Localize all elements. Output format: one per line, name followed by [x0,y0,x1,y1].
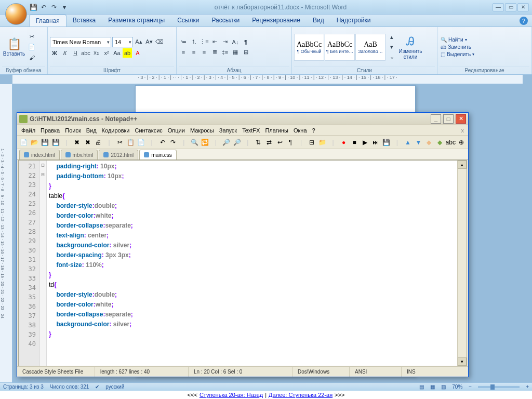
ribbon-tab-3[interactable]: Ссылки [171,15,205,26]
minimize-button[interactable]: ― [493,3,504,11]
npp-menu-x[interactable]: x [461,127,464,134]
underline-button[interactable]: Ч [71,48,80,58]
help-icon[interactable]: ? [520,17,528,25]
highlight-button[interactable]: ab [123,48,132,58]
change-styles-button[interactable]: Ꭿ Изменить стили [395,30,425,64]
redo-icon[interactable]: ↷ [50,3,58,11]
npp-menu-11[interactable]: Окна [294,127,307,134]
save-file-icon[interactable]: 💾 [41,138,50,147]
show-marks-button[interactable]: ¶ [241,37,250,47]
indent-guide-icon[interactable]: ⊟ [307,138,316,147]
cut-icon[interactable]: ✂ [27,32,36,42]
status-proof-icon[interactable]: ✔ [95,384,99,390]
view-web-icon[interactable]: ▥ [441,384,446,390]
npp-minimize-button[interactable]: _ [431,114,441,124]
align-center-button[interactable]: ≡ [189,48,198,57]
code-area[interactable]: padding-right: 10px; padding-bottom: 10p… [47,161,457,366]
zoom-in-button[interactable]: + [526,384,529,390]
sync-h-icon[interactable]: ⇄ [264,138,274,147]
fold-gutter[interactable]: ⊟ ⊟ [39,161,47,366]
npp-tab-3[interactable]: main.css [139,150,176,159]
save-all-icon[interactable]: 💾 [51,138,61,147]
new-file-icon[interactable]: 📄 [19,138,29,147]
npp-menu-1[interactable]: Правка [41,127,60,134]
subscript-button[interactable]: x₂ [91,48,101,58]
italic-button[interactable]: К [60,48,70,58]
justify-button[interactable]: ≣ [210,48,219,57]
style-item-2[interactable]: AaBЗаголово… [355,34,385,61]
ribbon-tab-0[interactable]: Главная [29,15,66,26]
format-painter-icon[interactable]: 🖌 [27,53,36,62]
borders-button[interactable]: ⊞ [241,48,250,57]
npp-menu-5[interactable]: Синтаксис [135,127,163,134]
record-macro-icon[interactable]: ● [339,138,349,147]
strike-button[interactable]: abc [81,48,90,58]
prev-link[interactable]: Ступенька 20-ая: Назад [200,392,263,398]
npp-menu-7[interactable]: Макросы [190,127,214,134]
ruler-vertical[interactable]: 1 · 2 · 3 · 4 · 5 · 6 · 7 · 8 · 9 · 10 ·… [0,84,12,382]
ribbon-tab-5[interactable]: Рецензирование [246,15,307,26]
shading-button[interactable]: ▦ [231,48,240,57]
bold-button[interactable]: Ж [50,48,59,58]
tool4-icon[interactable]: ◆ [435,138,445,147]
style-item-1[interactable]: AaBbCc¶ Без инте… [325,34,355,61]
open-file-icon[interactable]: 📂 [30,138,39,147]
sort-button[interactable]: A↓ [231,37,240,47]
ribbon-tab-7[interactable]: Надстройки [330,15,377,26]
font-size-combo[interactable]: 14 [112,37,133,47]
office-button[interactable] [5,3,27,25]
ruler-horizontal[interactable]: · 3 · | · 2 · | · 1 · | · · · | · 1 · | … [12,75,523,84]
close-all-icon[interactable]: ✖ [83,138,92,147]
folder-icon[interactable]: 📁 [318,138,327,147]
grow-font-icon[interactable]: A▴ [134,37,143,47]
ribbon-tab-6[interactable]: Вид [307,15,330,26]
zoom-in-icon[interactable]: 🔎 [222,138,231,147]
find-icon[interactable]: 🔍 [190,138,200,147]
indent-right-button[interactable]: ⇥ [220,37,230,47]
zoom-out-button[interactable]: − [469,384,472,390]
font-name-combo[interactable]: Times New Roman [50,37,111,47]
npp-menu-4[interactable]: Кодировки [102,127,130,134]
tool3-icon[interactable]: ◆ [424,138,434,147]
copy-icon[interactable]: 📄 [27,43,36,52]
tool5-icon[interactable]: ⊕ [457,138,466,147]
shrink-font-icon[interactable]: A▾ [144,37,154,47]
ribbon-tab-4[interactable]: Рассылки [205,15,246,26]
indent-left-button[interactable]: ⇤ [210,37,219,47]
undo-icon[interactable]: ↶ [39,3,48,11]
style-item-0[interactable]: AaBbCc¶ Обычный [294,34,324,61]
npp-menu-9[interactable]: TextFX [242,127,260,134]
npp-menu-10[interactable]: Плагины [265,127,288,134]
print-icon[interactable]: 🖨 [94,138,103,147]
paste-button[interactable]: 📋 Вставить [2,30,26,64]
align-right-button[interactable]: ≡ [200,48,209,57]
notepadpp-editor[interactable]: 21 22 23 24 25 26 27 28 29 30 31 32 33 3… [18,160,467,366]
close-file-icon[interactable]: ✖ [73,138,82,147]
view-read-icon[interactable]: ▦ [430,384,435,390]
undo-icon[interactable]: ↶ [158,138,167,147]
bullets-button[interactable]: ≔ [179,37,188,47]
view-print-icon[interactable]: ▤ [419,384,424,390]
replace-icon[interactable]: 🔁 [201,138,210,147]
select-button[interactable]: ⬚Выделить▾ [440,51,475,58]
npp-tab-0[interactable]: index.html [19,150,60,159]
notepadpp-titlebar[interactable]: G:\HTML\2012\main.css - Notepad++ _ □ ✕ [17,113,468,125]
close-button[interactable]: ✕ [517,3,529,11]
npp-maximize-button[interactable]: □ [443,114,454,124]
numbering-button[interactable]: ⒈ [189,37,198,47]
maximize-button[interactable]: ▭ [505,3,516,11]
tool1-icon[interactable]: ▲ [403,138,413,147]
tool2-icon[interactable]: ▼ [414,138,423,147]
play-multi-icon[interactable]: ⏭ [371,138,381,147]
superscript-button[interactable]: x² [102,48,111,58]
status-page[interactable]: Страница: 3 из 3 [3,384,44,390]
save-icon[interactable]: 💾 [29,3,37,11]
ribbon-tab-1[interactable]: Вставка [66,15,102,26]
find-button[interactable]: 🔍Найти▾ [440,36,475,43]
qat-dropdown-icon[interactable]: ▾ [60,3,69,11]
npp-menu-8[interactable]: Запуск [219,127,237,134]
npp-menu-6[interactable]: Опции [168,127,185,134]
npp-close-button[interactable]: ✕ [456,114,466,124]
ribbon-tab-2[interactable]: Разметка страницы [102,15,171,26]
wrap-icon[interactable]: ↩ [275,138,285,147]
